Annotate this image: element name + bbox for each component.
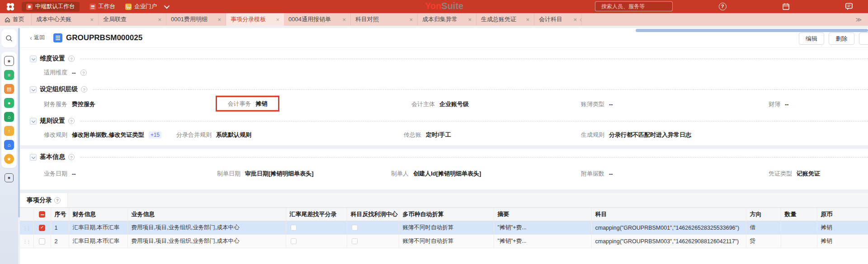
field-row: 适用维度 -- ? <box>20 69 868 79</box>
tab-reimburse-form[interactable]: 0004通用报销单× <box>284 13 351 26</box>
cell-multi-currency[interactable]: 账簿不同时自动折算 <box>399 235 494 248</box>
tab-gl-voucher[interactable]: 生成总账凭证× <box>476 13 534 26</box>
rate-balance-checkbox[interactable] <box>291 225 297 231</box>
global-search[interactable] <box>595 1 673 11</box>
close-icon[interactable]: × <box>468 16 472 23</box>
divider <box>93 89 868 90</box>
drag-handle-icon[interactable]: ⋮⋮ <box>23 239 30 244</box>
field-accounting-entity: 会计主体 企业账号级 <box>411 100 469 108</box>
sidebar-search[interactable] <box>1 29 17 47</box>
more-button[interactable]: 栏 <box>859 32 868 45</box>
help-icon[interactable]: ? <box>68 154 75 160</box>
delete-button[interactable]: 删除 <box>829 32 854 45</box>
cell-multi-currency[interactable]: 账簿不同时自动折算 <box>399 221 494 235</box>
app-payment-icon[interactable]: ● <box>4 98 14 108</box>
collapse-icon[interactable] <box>30 154 37 161</box>
app-list-icon[interactable]: ≡ <box>4 70 14 80</box>
collapse-icon[interactable] <box>30 86 37 93</box>
close-icon[interactable]: × <box>90 16 94 23</box>
table-header-row: 序号 财务信息 业务信息 汇率尾差找平分录 科目反找利润中心 多币种自动折算 摘… <box>20 208 868 221</box>
workspace-switcher[interactable]: 中端默认工作台 <box>22 2 80 12</box>
rate-balance-checkbox[interactable] <box>291 238 297 244</box>
close-icon[interactable]: × <box>409 16 413 23</box>
more-count-tag[interactable]: +15 <box>149 131 161 139</box>
close-icon[interactable]: × <box>342 16 346 23</box>
indeterminate-checkbox-icon[interactable] <box>39 211 45 218</box>
help-icon[interactable]: ? <box>68 118 75 124</box>
table-row[interactable]: ⋮⋮ 1 汇率日期,本币汇率 费用项目,项目,业务组织,业务部门,成本中心 账簿… <box>20 221 868 235</box>
app-home-blue-icon[interactable]: ⌂ <box>4 140 14 150</box>
help-icon[interactable]: ? <box>68 56 75 62</box>
close-icon[interactable]: × <box>526 16 529 23</box>
nav-chevron-down-icon[interactable] <box>164 3 170 9</box>
row-checkbox[interactable] <box>39 238 45 245</box>
field-business-date: 业务日期 -- <box>44 170 76 178</box>
help-icon[interactable]: ? <box>81 86 87 93</box>
back-button[interactable]: ‹ 返回 <box>30 34 45 42</box>
cell-business[interactable]: 费用项目,项目,业务组织,业务部门,成本中心 <box>127 235 286 248</box>
app-badge-icon[interactable]: ★ <box>4 154 14 164</box>
cell-account[interactable]: cmapping("GROUPRBSM003","146262908812604… <box>591 235 746 248</box>
tab-account-subject[interactable]: 会计科目× <box>534 13 582 26</box>
tab-global-query[interactable]: 全局联查× <box>99 13 166 26</box>
drag-handle-icon[interactable]: ⋮⋮ <box>23 226 30 231</box>
close-icon[interactable]: × <box>276 16 279 23</box>
nav-workbench[interactable]: 工作台 <box>90 3 116 10</box>
help-icon[interactable]: ? <box>54 197 61 204</box>
template-doc-icon <box>53 33 62 42</box>
cell-summary[interactable]: "摊销"+费... <box>494 235 591 248</box>
cell-summary[interactable]: "摊销"+费... <box>494 221 591 235</box>
row-checkbox[interactable] <box>39 225 45 231</box>
tab-scroll-left-icon[interactable]: ‹ <box>580 13 582 26</box>
tab-cost-collect-error[interactable]: 成本归集异常× <box>418 13 476 26</box>
field-attachment-count: 附单据数 -- <box>581 170 613 178</box>
workspace-name: 中端默认工作台 <box>35 3 75 10</box>
horizontal-scrollbar-top[interactable] <box>636 29 868 32</box>
table-row[interactable]: ⋮⋮ 2 汇率日期,本币汇率 费用项目,项目,业务组织,业务部门,成本中心 账簿… <box>20 235 868 248</box>
tab-entry-template[interactable]: 事项分录模板× <box>226 13 284 26</box>
help-icon[interactable]: ? <box>80 69 87 76</box>
field-row: 财务服务 费控服务 会计主体 企业账号级 账簿类型 -- 财簿 -- <box>20 100 868 110</box>
archive-box-icon[interactable]: ■ <box>5 173 14 182</box>
cell-direction[interactable]: 贷 <box>746 235 781 248</box>
cell-account[interactable]: cmapping("GROUPRBSM001","146262652832553… <box>591 221 746 235</box>
search-input[interactable] <box>601 3 671 9</box>
select-all-checkbox[interactable] <box>33 208 51 221</box>
tab-cost-center-close[interactable]: 成本中心关账× <box>32 13 99 26</box>
tab-expense-detail[interactable]: 0001费用明细× <box>166 13 226 26</box>
cell-quantity[interactable] <box>781 221 817 235</box>
calendar-icon[interactable] <box>781 2 790 11</box>
cell-quantity[interactable] <box>781 235 817 248</box>
col-summary: 摘要 <box>494 208 591 221</box>
annotation-highlight-box: 会计事务 摊销 <box>216 96 279 111</box>
cell-direction[interactable]: 借 <box>746 221 781 235</box>
tab-entries[interactable]: 事项分录 ? <box>20 193 68 207</box>
profit-center-checkbox[interactable] <box>352 225 358 231</box>
cell-original[interactable]: 摊销 <box>817 235 868 248</box>
app-document-icon[interactable]: ▤ <box>4 84 14 94</box>
yonsuite-logo-icon[interactable] <box>5 1 16 12</box>
tab-overflow-icon[interactable]: ≫ <box>855 13 862 26</box>
close-icon[interactable]: × <box>573 16 577 23</box>
cell-business[interactable]: 费用项目,项目,业务组织,业务部门,成本中心 <box>127 221 286 235</box>
app-home-green-icon[interactable]: ⌂ <box>4 112 14 122</box>
collapse-icon[interactable] <box>30 56 37 62</box>
nav-enterprise-portal[interactable]: 企业门户 <box>125 3 157 10</box>
favorites-folder-icon[interactable]: ★ <box>4 56 14 66</box>
app-box-icon[interactable]: ↑ <box>4 126 14 136</box>
messages-icon[interactable] <box>844 2 854 11</box>
help-center-icon[interactable]: ? <box>718 2 727 11</box>
tab-home[interactable]: 首页 <box>0 13 32 26</box>
cell-finance[interactable]: 汇率日期,本币汇率 <box>69 235 127 248</box>
profit-center-checkbox[interactable] <box>352 238 358 244</box>
topbar: 中端默认工作台 工作台 企业门户 YonSuite ? <box>0 0 868 13</box>
close-icon[interactable]: × <box>217 16 221 23</box>
tab-account-mapping[interactable]: 科目对照× <box>351 13 418 26</box>
cell-finance[interactable]: 汇率日期,本币汇率 <box>69 221 127 235</box>
edit-button[interactable]: 编辑 <box>799 32 824 45</box>
tab-bar: 首页 成本中心关账× 全局联查× 0001费用明细× 事项分录模板× 0004通… <box>0 13 868 26</box>
entries-card: 事项分录 ? 序号 财务信息 业务信息 <box>20 193 868 264</box>
cell-original[interactable]: 摊销 <box>817 221 868 235</box>
collapse-icon[interactable] <box>30 118 37 125</box>
close-icon[interactable]: × <box>158 16 161 23</box>
